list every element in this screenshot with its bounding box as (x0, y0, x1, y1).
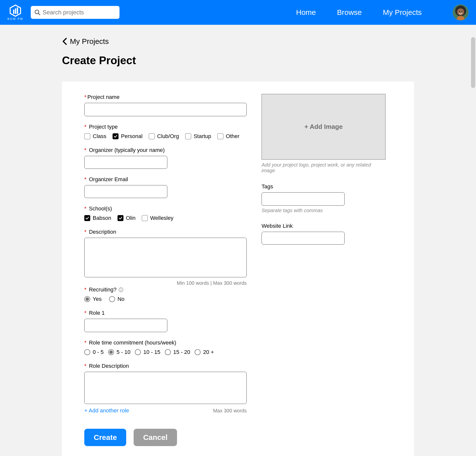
logo-icon (9, 4, 22, 17)
search-icon (34, 9, 41, 16)
role-desc-hint: Max 300 words (213, 408, 247, 414)
school-option[interactable]: Olin (118, 215, 136, 221)
svg-line-5 (38, 13, 40, 15)
website-label: Website Link (262, 223, 386, 229)
project-name-input[interactable] (84, 103, 247, 116)
option-label: 20 + (203, 349, 214, 355)
option-label: Personal (121, 133, 143, 140)
avatar-image (453, 4, 469, 20)
search-bar[interactable] (31, 6, 119, 19)
add-image-drop[interactable]: + Add Image (262, 94, 386, 160)
checkbox-icon (149, 133, 155, 139)
school-option[interactable]: Wellesley (142, 215, 174, 221)
info-icon[interactable] (119, 287, 123, 292)
option-label: Babson (93, 215, 111, 221)
nav-home[interactable]: Home (296, 8, 316, 17)
checkbox-icon (113, 133, 119, 139)
role-desc-textarea[interactable] (84, 372, 247, 404)
organizer-email-label: * Organizer Email (84, 176, 247, 183)
school-option[interactable]: Babson (84, 215, 111, 221)
recruiting-option[interactable]: No (109, 296, 124, 302)
option-label: No (118, 296, 124, 302)
option-label: Startup (194, 133, 211, 140)
cancel-button[interactable]: Cancel (134, 429, 177, 446)
project-type-option[interactable]: Other (217, 133, 239, 140)
search-input[interactable] (43, 9, 116, 16)
time-row: 0 - 55 - 1010 - 1515 - 2020 + (84, 349, 247, 355)
recruiting-option[interactable]: Yes (84, 296, 102, 302)
add-image-label: + Add Image (304, 123, 343, 131)
time-commitment-option[interactable]: 5 - 10 (108, 349, 130, 355)
option-label: 0 - 5 (93, 349, 104, 355)
svg-point-9 (459, 11, 460, 12)
nav-browse[interactable]: Browse (337, 8, 362, 17)
time-commitment-option[interactable]: 20 + (195, 349, 214, 355)
radio-icon (195, 349, 201, 355)
project-type-row: ClassPersonalClub/OrgStartupOther (84, 133, 247, 140)
organizer-input[interactable] (84, 156, 167, 169)
create-button[interactable]: Create (84, 429, 126, 446)
tags-label: Tags (262, 183, 386, 190)
brand-name: BOW PM (7, 17, 23, 20)
main-nav: Home Browse My Projects (296, 4, 469, 20)
svg-rect-1 (13, 10, 14, 14)
option-label: Class (93, 133, 106, 140)
time-commitment-option[interactable]: 10 - 15 (135, 349, 160, 355)
radio-icon (109, 296, 115, 302)
page-title: Create Project (62, 54, 414, 67)
app-header: BOW PM Home Browse My Projects (0, 0, 476, 25)
schools-row: BabsonOlinWellesley (84, 215, 247, 221)
option-label: 10 - 15 (143, 349, 160, 355)
role-desc-label: * Role Description (84, 363, 247, 369)
project-type-option[interactable]: Personal (113, 133, 143, 140)
radio-icon (108, 349, 114, 355)
role1-input[interactable] (84, 319, 167, 332)
checkbox-icon (118, 215, 123, 221)
role-time-label: * Role time commitment (hours/week) (84, 340, 247, 346)
option-label: Yes (93, 296, 102, 302)
project-type-option[interactable]: Class (84, 133, 106, 140)
svg-point-8 (457, 8, 464, 15)
checkbox-icon (84, 215, 90, 221)
checkbox-icon (217, 133, 223, 139)
breadcrumb[interactable]: My Projects (62, 37, 414, 46)
option-label: Wellesley (150, 215, 174, 221)
brand-logo[interactable]: BOW PM (7, 4, 23, 20)
tags-hint: Separate tags with commas (262, 208, 386, 213)
time-commitment-option[interactable]: 0 - 5 (84, 349, 104, 355)
project-type-option[interactable]: Startup (185, 133, 211, 140)
description-label: * Description (84, 229, 247, 235)
radio-icon (165, 349, 171, 355)
project-type-label: * Project type (84, 124, 247, 130)
recruiting-label: * Recruiting? (84, 286, 247, 293)
role1-label: * Role 1 (84, 310, 247, 316)
time-commitment-option[interactable]: 15 - 20 (165, 349, 190, 355)
checkbox-icon (185, 133, 191, 139)
add-role-link[interactable]: + Add another role (84, 407, 129, 414)
option-label: 15 - 20 (173, 349, 190, 355)
page-content: My Projects Create Project *Project name… (0, 25, 476, 456)
option-label: Olin (126, 215, 136, 221)
option-label: 5 - 10 (117, 349, 130, 355)
svg-rect-13 (121, 289, 121, 291)
option-label: Club/Org (157, 133, 179, 140)
option-label: Other (226, 133, 239, 140)
organizer-label: * Organizer (typically your name) (84, 147, 247, 153)
scrollbar-thumb[interactable] (471, 37, 475, 88)
svg-point-12 (121, 288, 121, 289)
description-textarea[interactable] (84, 238, 247, 277)
chevron-left-icon (62, 38, 67, 45)
radio-icon (135, 349, 141, 355)
website-input[interactable] (262, 232, 345, 245)
organizer-email-input[interactable] (84, 185, 167, 198)
form-card: *Project name * Project type ClassPerson… (62, 82, 414, 456)
avatar[interactable] (453, 4, 469, 20)
svg-point-10 (461, 11, 462, 12)
nav-my-projects[interactable]: My Projects (383, 8, 422, 17)
radio-icon (84, 349, 90, 355)
project-type-option[interactable]: Club/Org (149, 133, 179, 140)
schools-label: * School(s) (84, 205, 247, 212)
checkbox-icon (84, 133, 90, 139)
tags-input[interactable] (262, 192, 345, 206)
breadcrumb-label: My Projects (70, 37, 109, 46)
